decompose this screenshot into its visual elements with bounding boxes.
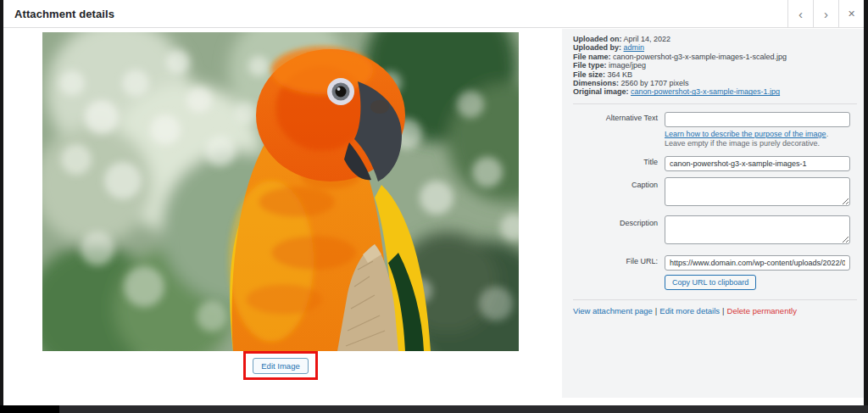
caption-textarea[interactable] xyxy=(665,177,850,206)
file-url-label: File URL: xyxy=(573,254,665,290)
meta-dimensions: Dimensions: 2560 by 1707 pixels xyxy=(573,79,857,87)
alt-text-row: Alternative Text Learn how to describe t… xyxy=(573,110,857,148)
screenshot-bottom-edge xyxy=(0,405,868,413)
attachment-details-modal: Attachment details ‹ › ✕ xyxy=(3,0,864,405)
file-url-row: File URL: Copy URL to clipboard xyxy=(573,254,857,290)
chevron-right-icon: › xyxy=(824,8,828,20)
previous-attachment-button[interactable]: ‹ xyxy=(787,0,813,27)
annotation-highlight-box: Edit Image xyxy=(243,351,317,380)
alt-text-input[interactable] xyxy=(665,112,850,127)
edit-more-details-link[interactable]: Edit more details xyxy=(659,306,720,315)
description-row: Description xyxy=(573,215,857,248)
modal-title: Attachment details xyxy=(3,8,114,20)
modal-titlebar: Attachment details ‹ › ✕ xyxy=(3,0,864,28)
attachment-metadata: Uploaded on: April 14, 2022 Uploaded by:… xyxy=(573,35,857,97)
view-attachment-page-link[interactable]: View attachment page xyxy=(573,306,653,315)
actions-divider xyxy=(573,299,857,300)
title-row: Title xyxy=(573,154,857,171)
alt-text-help: Learn how to describe the purpose of the… xyxy=(665,130,850,148)
copy-url-button[interactable]: Copy URL to clipboard xyxy=(665,275,756,290)
action-separator: | xyxy=(722,306,724,315)
alt-text-label: Alternative Text xyxy=(573,110,665,148)
metadata-divider xyxy=(573,103,857,104)
screenshot-frame: Attachment details ‹ › ✕ xyxy=(0,0,868,413)
alt-text-help-link[interactable]: Learn how to describe the purpose of the… xyxy=(665,130,826,138)
parrot-photo xyxy=(42,32,519,351)
meta-file-type: File type: image/jpeg xyxy=(573,61,857,70)
edit-image-button[interactable]: Edit Image xyxy=(253,358,308,374)
meta-uploaded-on: Uploaded on: April 14, 2022 xyxy=(573,35,857,43)
original-image-link[interactable]: canon-powershot-g3-x-sample-images-1.jpg xyxy=(631,87,780,96)
title-input[interactable] xyxy=(665,156,850,171)
description-textarea[interactable] xyxy=(665,215,850,244)
meta-file-name: File name: canon-powershot-g3-x-sample-i… xyxy=(573,53,857,61)
file-url-input[interactable] xyxy=(665,255,850,271)
meta-original-image: Original image: canon-powershot-g3-x-sam… xyxy=(573,87,857,96)
caption-label: Caption xyxy=(573,177,665,209)
action-separator: | xyxy=(655,306,657,315)
modal-nav-buttons: ‹ › ✕ xyxy=(787,0,864,27)
attachment-details-sidebar: Uploaded on: April 14, 2022 Uploaded by:… xyxy=(562,29,864,398)
screenshot-bottom-edge-segment xyxy=(0,405,59,413)
close-modal-button[interactable]: ✕ xyxy=(838,0,864,27)
chevron-left-icon: ‹ xyxy=(798,8,803,20)
next-attachment-button[interactable]: › xyxy=(813,0,838,27)
attachment-preview-pane: Edit Image xyxy=(3,29,562,398)
uploader-link[interactable]: admin xyxy=(624,43,645,52)
meta-uploaded-by: Uploaded by: admin xyxy=(573,43,857,52)
caption-row: Caption xyxy=(573,177,857,209)
meta-file-size: File size: 364 KB xyxy=(573,70,857,79)
title-label: Title xyxy=(573,154,665,171)
delete-permanently-link[interactable]: Delete permanently xyxy=(727,306,797,315)
close-icon: ✕ xyxy=(848,9,855,19)
attachment-actions: View attachment page|Edit more details|D… xyxy=(573,306,857,315)
description-label: Description xyxy=(573,215,665,248)
edit-image-area: Edit Image xyxy=(42,351,519,380)
